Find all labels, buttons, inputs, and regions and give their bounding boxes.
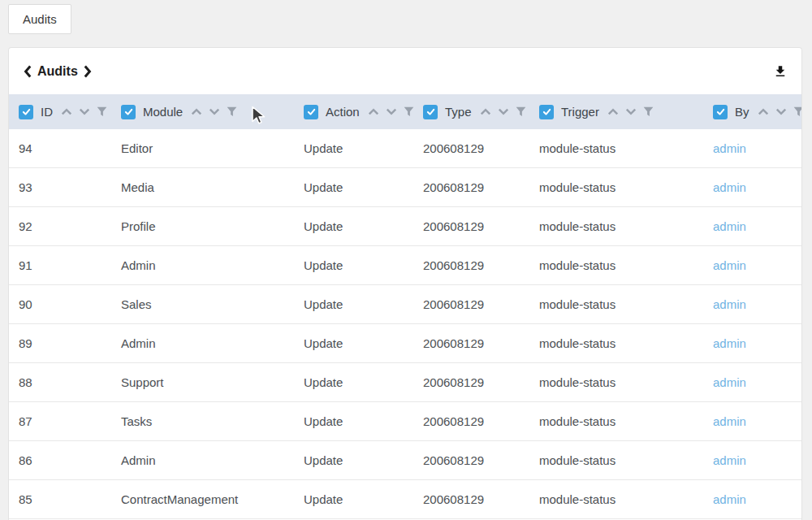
- table-row: 92ProfileUpdate200608129module-statusadm…: [9, 207, 801, 246]
- filter-icon[interactable]: [404, 106, 414, 117]
- cell-type: 200608129: [413, 219, 529, 233]
- cell-module: Support: [111, 375, 294, 389]
- cell-id: 90: [9, 297, 111, 311]
- sort-asc-icon[interactable]: [61, 108, 72, 115]
- filter-icon[interactable]: [97, 106, 107, 117]
- column-checkbox[interactable]: [423, 105, 438, 119]
- column-header-id[interactable]: ID: [9, 94, 111, 129]
- sort-asc-icon[interactable]: [480, 108, 491, 115]
- cell-trigger: module-status: [529, 258, 703, 272]
- cell-module: Admin: [111, 453, 294, 467]
- table-row: 91AdminUpdate200608129module-statusadmin: [9, 246, 801, 285]
- by-user-link[interactable]: admin: [713, 336, 746, 350]
- column-checkbox[interactable]: [539, 105, 554, 119]
- cell-type: 200608129: [413, 414, 529, 428]
- table-row: 87TasksUpdate200608129module-statusadmin: [9, 402, 801, 441]
- sort-asc-icon[interactable]: [607, 108, 619, 115]
- by-user-link[interactable]: admin: [713, 297, 746, 311]
- card-header: Audits: [9, 48, 801, 94]
- sort-asc-icon[interactable]: [191, 108, 202, 115]
- cell-trigger: module-status: [529, 492, 703, 506]
- tab-audits[interactable]: Audits: [8, 4, 71, 34]
- cell-module: ContractManagement: [111, 492, 294, 506]
- cell-type: 200608129: [413, 141, 529, 155]
- cell-module: Sales: [111, 297, 294, 311]
- cell-by: admin: [703, 492, 801, 506]
- column-label: By: [735, 105, 749, 119]
- sort-desc-icon[interactable]: [79, 108, 90, 115]
- cell-module: Admin: [111, 336, 294, 350]
- column-header-by[interactable]: By: [703, 94, 801, 129]
- by-user-link[interactable]: admin: [713, 375, 746, 389]
- by-user-link[interactable]: admin: [713, 492, 746, 506]
- column-checkbox[interactable]: [713, 105, 728, 119]
- column-checkbox[interactable]: [121, 105, 136, 119]
- filter-icon[interactable]: [516, 106, 526, 117]
- by-user-link[interactable]: admin: [713, 414, 746, 428]
- filter-icon[interactable]: [227, 106, 237, 117]
- table-row: 86AdminUpdate200608129module-statusadmin: [9, 441, 801, 480]
- cell-trigger: module-status: [529, 336, 703, 350]
- cell-by: admin: [703, 336, 801, 350]
- sort-asc-icon[interactable]: [758, 108, 769, 115]
- table-row: 85ContractManagementUpdate200608129modul…: [9, 480, 801, 519]
- audits-card: Audits ID Module: [8, 47, 802, 520]
- sort-desc-icon[interactable]: [386, 108, 397, 115]
- cell-id: 93: [9, 180, 111, 194]
- column-header-module[interactable]: Module: [111, 94, 294, 129]
- cell-action: Update: [294, 375, 413, 389]
- cell-type: 200608129: [413, 375, 529, 389]
- download-icon[interactable]: [771, 63, 789, 80]
- by-user-link[interactable]: admin: [713, 219, 746, 233]
- sort-desc-icon[interactable]: [775, 108, 787, 115]
- table-body: 94EditorUpdate200608129module-statusadmi…: [9, 129, 801, 519]
- cell-by: admin: [703, 453, 801, 467]
- cell-by: admin: [703, 141, 801, 155]
- by-user-link[interactable]: admin: [713, 180, 746, 194]
- cell-id: 88: [9, 375, 111, 389]
- cell-id: 89: [9, 336, 111, 350]
- cell-type: 200608129: [413, 453, 529, 467]
- column-label: Trigger: [561, 105, 599, 119]
- column-checkbox[interactable]: [304, 105, 318, 119]
- by-user-link[interactable]: admin: [713, 141, 746, 155]
- column-header-type[interactable]: Type: [413, 94, 529, 129]
- cell-type: 200608129: [413, 258, 529, 272]
- cell-action: Update: [294, 219, 413, 233]
- table-row: 89AdminUpdate200608129module-statusadmin: [9, 324, 801, 363]
- column-header-trigger[interactable]: Trigger: [529, 94, 703, 129]
- cell-module: Profile: [111, 219, 294, 233]
- cell-module: Editor: [111, 141, 294, 155]
- cell-id: 91: [9, 258, 111, 272]
- page-title: Audits: [37, 64, 78, 79]
- cell-by: admin: [703, 414, 801, 428]
- filter-icon[interactable]: [793, 106, 802, 117]
- by-user-link[interactable]: admin: [713, 453, 746, 467]
- table-row: 90SalesUpdate200608129module-statusadmin: [9, 285, 801, 324]
- column-label: Action: [326, 105, 360, 119]
- by-user-link[interactable]: admin: [713, 258, 746, 272]
- chevron-right-icon[interactable]: [84, 65, 92, 78]
- chevron-left-icon[interactable]: [24, 65, 32, 78]
- cell-id: 92: [9, 219, 111, 233]
- cell-action: Update: [294, 297, 413, 311]
- cell-trigger: module-status: [529, 297, 703, 311]
- cell-module: Media: [111, 180, 294, 194]
- table-row: 94EditorUpdate200608129module-statusadmi…: [9, 129, 801, 168]
- sort-desc-icon[interactable]: [625, 108, 637, 115]
- sort-desc-icon[interactable]: [209, 108, 220, 115]
- sort-desc-icon[interactable]: [498, 108, 509, 115]
- sort-asc-icon[interactable]: [368, 108, 379, 115]
- cell-action: Update: [294, 453, 413, 467]
- cell-action: Update: [294, 492, 413, 506]
- cell-trigger: module-status: [529, 453, 703, 467]
- cell-by: admin: [703, 297, 801, 311]
- filter-icon[interactable]: [643, 106, 654, 117]
- column-label: Type: [445, 105, 472, 119]
- cell-type: 200608129: [413, 297, 529, 311]
- cell-by: admin: [703, 219, 801, 233]
- column-header-action[interactable]: Action: [294, 94, 413, 129]
- cell-module: Admin: [111, 258, 294, 272]
- table-row: 88SupportUpdate200608129module-statusadm…: [9, 363, 801, 402]
- column-checkbox[interactable]: [19, 105, 33, 119]
